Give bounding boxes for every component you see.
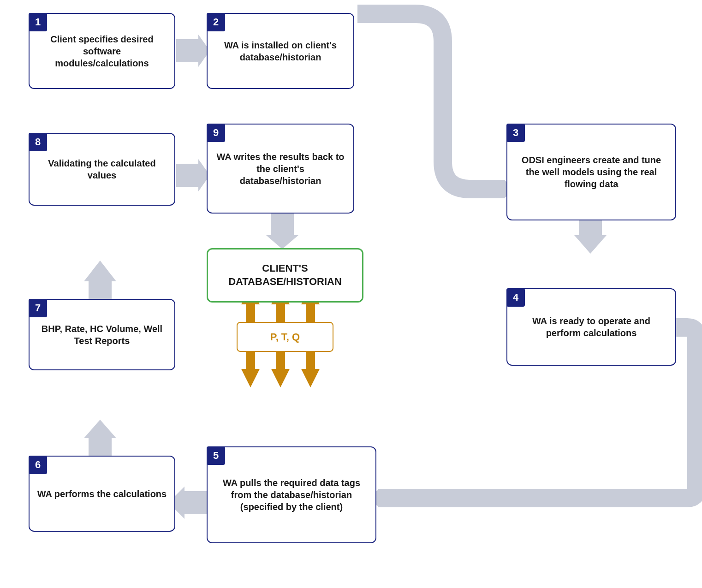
step-4-num: 4 [506, 288, 525, 307]
gold-arrow-dn-right [301, 351, 320, 387]
step-3-num: 3 [506, 124, 525, 142]
ptq-text: P, T, Q [270, 331, 300, 343]
step-4-text: WA is ready to operate and perform calcu… [515, 315, 668, 339]
step-3-box: ODSI engineers create and tune the well … [506, 124, 676, 220]
step-7-box: BHP, Rate, HC Volume, Well Test Reports [29, 299, 175, 370]
step-2-text: WA is installed on client's database/his… [215, 39, 346, 63]
arrow-6-7 [84, 420, 116, 456]
step-1-box: Client specifies desired software module… [29, 13, 175, 89]
step-1-text: Client specifies desired software module… [37, 33, 167, 69]
arrow-1-2 [176, 35, 210, 67]
step-6-num: 6 [29, 456, 47, 474]
step-8-box: Validating the calculated values [29, 133, 175, 206]
step-9-box: WA writes the results back to the client… [207, 124, 354, 214]
step-9-text: WA writes the results back to the client… [215, 151, 346, 187]
step-7-text: BHP, Rate, HC Volume, Well Test Reports [37, 323, 167, 347]
step-5-box: WA pulls the required data tags from the… [207, 446, 376, 543]
arrow-7-8 [84, 261, 116, 299]
gold-arrow-dn-mid [271, 351, 290, 387]
client-db-box: CLIENT'S DATABASE/HISTORIAN [207, 248, 363, 303]
arrow-2-3-line [357, 14, 505, 189]
arrow-9-db [266, 213, 298, 249]
step-3-text: ODSI engineers create and tune the well … [515, 154, 668, 190]
step-8-num: 8 [29, 133, 47, 151]
step-6-text: WA performs the calculations [37, 488, 167, 500]
client-db-text: CLIENT'S DATABASE/HISTORIAN [215, 262, 355, 288]
arrow-8-9 [176, 159, 210, 191]
ptq-box: P, T, Q [237, 322, 333, 352]
step-2-num: 2 [207, 13, 225, 31]
step-2-box: WA is installed on client's database/his… [207, 13, 354, 89]
arrow-3-4 [574, 218, 607, 254]
step-4-box: WA is ready to operate and perform calcu… [506, 288, 676, 366]
step-6-box: WA performs the calculations [29, 456, 175, 532]
step-1-num: 1 [29, 13, 47, 31]
diagram-container: Client specifies desired software module… [0, 0, 702, 588]
step-5-num: 5 [207, 446, 225, 465]
step-5-text: WA pulls the required data tags from the… [215, 477, 368, 513]
step-7-num: 7 [29, 299, 47, 317]
step-9-num: 9 [207, 124, 225, 142]
gold-arrow-dn-left [241, 351, 260, 387]
step-8-text: Validating the calculated values [37, 157, 167, 181]
